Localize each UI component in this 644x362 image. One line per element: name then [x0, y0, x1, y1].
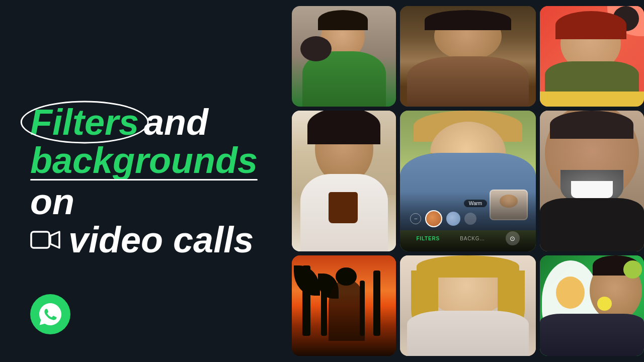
photo-blonde-woman — [400, 255, 535, 356]
photo-overlay — [292, 255, 396, 356]
sticker-food1 — [623, 260, 642, 279]
on-word: on — [30, 184, 74, 220]
dog-shape — [300, 36, 332, 61]
photo-woman-outdoor — [400, 6, 535, 107]
video-camera-icon — [30, 229, 60, 251]
photo-overlay — [540, 6, 644, 107]
backgrounds-word: backgrounds — [30, 142, 258, 178]
hair-shape — [318, 10, 368, 30]
photo-overlay — [400, 6, 535, 107]
photo-overlay — [292, 6, 396, 107]
warm-badge: Warm — [464, 200, 487, 207]
filters-word: Filters — [30, 104, 139, 140]
teeth — [571, 181, 613, 198]
sticker-face — [556, 277, 585, 309]
palm-trunk3 — [373, 270, 381, 336]
whatsapp-logo — [30, 294, 70, 334]
photo-overlay — [292, 111, 396, 251]
headline-line2: backgrounds on — [30, 142, 267, 220]
hair — [307, 111, 380, 144]
photo-asian-man-stickers — [540, 255, 644, 356]
body — [540, 198, 644, 251]
headline: Filters and backgrounds on video calls — [30, 104, 267, 258]
sticker-food2 — [597, 297, 612, 311]
yellow-bottom — [540, 92, 644, 107]
headline-line3: video calls — [30, 222, 267, 258]
photo-overlay — [540, 111, 644, 251]
left-panel: Filters and backgrounds on video calls — [0, 0, 292, 362]
person-silhouette — [329, 281, 365, 341]
filter-circles-row: − — [406, 210, 529, 227]
photo-overlay — [540, 255, 644, 356]
body — [407, 311, 529, 356]
hair — [555, 11, 626, 39]
coffee-cup — [329, 192, 358, 223]
and-word: and — [144, 104, 208, 140]
svg-rect-0 — [31, 232, 49, 248]
body — [407, 56, 529, 107]
photo-man-dog — [292, 6, 396, 107]
photo-man-coffee — [292, 111, 396, 251]
body — [540, 314, 644, 356]
filter-tabs-row: FILTERS BACKG… ⊙ — [406, 231, 529, 245]
filters-tab[interactable]: FILTERS — [416, 236, 440, 241]
svg-marker-1 — [50, 232, 59, 248]
photo-sunset-palms — [292, 255, 396, 356]
wa-circle — [30, 294, 70, 334]
photo-woman-warm-filter: Warm − FILTERS BACKG… ⊙ — [400, 111, 535, 251]
photo-bearded-man — [540, 111, 644, 251]
page: Filters and backgrounds on video calls — [0, 0, 644, 362]
whatsapp-icon — [37, 301, 63, 327]
filter-minus-btn[interactable]: − — [410, 213, 421, 224]
backgrounds-tab[interactable]: BACKG… — [460, 236, 485, 241]
filter-warm-circle[interactable] — [425, 210, 442, 227]
headline-line1: Filters and — [30, 104, 267, 140]
head-silhouette — [336, 267, 356, 286]
phone-filter-ui: Warm − FILTERS BACKG… ⊙ — [400, 192, 535, 251]
video-calls-word: video calls — [68, 222, 254, 258]
filter-more-circle[interactable] — [464, 213, 476, 225]
photo-overlay — [400, 255, 535, 356]
hair — [550, 111, 633, 139]
camera-flip-btn[interactable]: ⊙ — [506, 231, 520, 245]
photo-woman-cartoon-bg — [540, 6, 644, 107]
filter-blue-circle[interactable] — [446, 212, 460, 226]
photo-grid: Warm − FILTERS BACKG… ⊙ — [292, 6, 644, 356]
right-panel: Warm − FILTERS BACKG… ⊙ — [292, 0, 644, 362]
hair — [425, 10, 511, 30]
